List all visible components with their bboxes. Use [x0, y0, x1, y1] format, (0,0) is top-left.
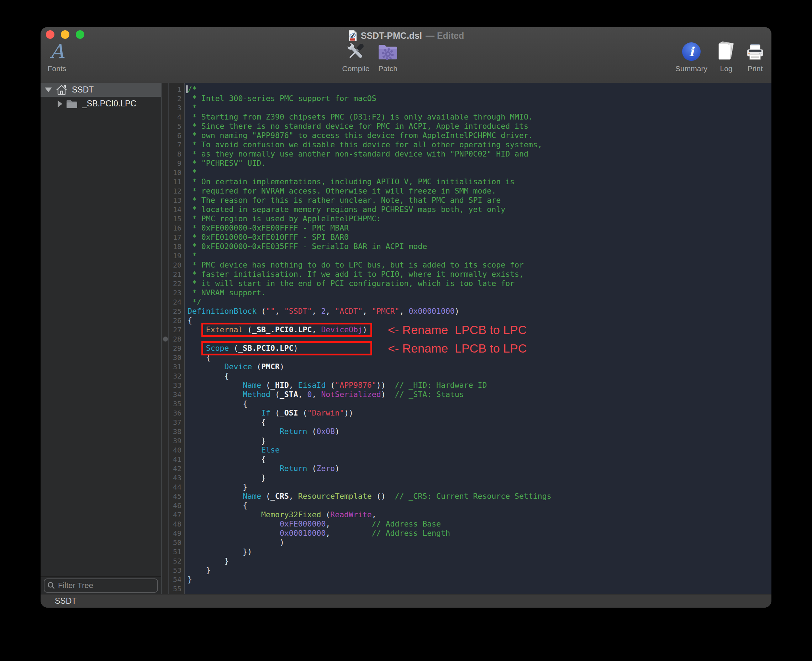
code-line: {: [185, 353, 771, 362]
code-lines: /* * Intel 300-series PMC support for ma…: [185, 85, 771, 593]
folder-icon: [66, 99, 78, 109]
code-line: * 0xFE020000~0xFE035FFF - SerialIo BAR i…: [185, 242, 771, 251]
code-line: * required for NVRAM access. Otherwise i…: [185, 187, 771, 196]
code-line: Else: [185, 445, 771, 455]
print-label: Print: [747, 64, 762, 73]
titlebar: SSDT-PMC.dsl — Edited: [41, 30, 771, 42]
code-line: }: [185, 436, 771, 445]
tree-item-sb-pci0-lpc[interactable]: _SB.PCI0.LPC: [41, 97, 161, 111]
code-line: * To avoid confusion we disable this dev…: [185, 140, 771, 149]
code-line: }): [185, 547, 771, 556]
code-line: {: [185, 316, 771, 325]
tree-item-label: SSDT: [72, 85, 94, 95]
acpi-tree: SSDT _SB.PCI0.LPC: [41, 83, 161, 576]
code-line: * 0xFE010000~0xFE010FFF - SPI BAR0: [185, 233, 771, 242]
code-line: * located in separate memory regions and…: [185, 205, 771, 214]
code-line: /*: [185, 85, 771, 94]
code-line: * Since there is no standard device for …: [185, 122, 771, 131]
code-line: *: [185, 103, 771, 112]
print-button[interactable]: Print: [734, 41, 771, 73]
code-line: [185, 334, 771, 344]
maciasl-window: SSDT-PMC.dsl — Edited A Fonts: [41, 27, 771, 608]
code-line: 0x00010000, // Address Length: [185, 528, 771, 538]
code-line: * The reason for this is rather unclear.…: [185, 196, 771, 205]
code-line: * PMC device has nothing to do to LPC bu…: [185, 260, 771, 270]
search-icon: [47, 582, 55, 589]
code-line: {: [185, 371, 771, 381]
code-line: }: [185, 575, 771, 584]
code-line: {: [185, 418, 771, 427]
code-line: {: [185, 455, 771, 464]
filter-tree-input[interactable]: Filter Tree: [44, 578, 158, 593]
code-line: DefinitionBlock ("", "SSDT", 2, "ACDT", …: [185, 307, 771, 316]
patch-label: Patch: [378, 64, 398, 73]
code-line: }: [185, 566, 771, 575]
compile-icon: [345, 41, 367, 62]
code-line: * Intel 300-series PMC support for macOS: [185, 94, 771, 103]
code-line: * Starting from Z390 chipsets PMC (D31:F…: [185, 112, 771, 122]
fonts-icon: A: [50, 41, 64, 62]
code-line: Name (_HID, EisaId ("APP9876")) // _HID:…: [185, 381, 771, 390]
code-editor[interactable]: 1234567891011121314151617181920212223242…: [162, 83, 771, 594]
window-title-status: — Edited: [425, 30, 464, 41]
code-line: {: [185, 501, 771, 510]
patch-button[interactable]: Patch: [366, 41, 409, 73]
fonts-label: Fonts: [48, 64, 67, 73]
code-line: * own naming "APP9876" to access this de…: [185, 131, 771, 140]
home-icon: [56, 84, 68, 96]
gutter-marker-dot: [163, 337, 168, 342]
document-icon: [348, 30, 357, 41]
window-body: SSDT _SB.PCI0.LPC: [41, 83, 771, 594]
tree-item-label: _SB.PCI0.LPC: [82, 99, 136, 109]
code-line: * PMC region is used by AppleIntelPCHPMC…: [185, 214, 771, 224]
code-line: Method (_STA, 0, NotSerialized) // _STA:…: [185, 390, 771, 399]
code-line: * NVRAM support.: [185, 288, 771, 297]
print-icon: [744, 41, 766, 62]
filter-placeholder: Filter Tree: [58, 581, 93, 590]
code-line: Return (0x0B): [185, 427, 771, 436]
window-title: SSDT-PMC.dsl: [361, 30, 422, 41]
patch-icon: [377, 41, 399, 62]
code-line: ): [185, 538, 771, 547]
code-line: * faster initialisation. If we add it to…: [185, 270, 771, 279]
text-caret: [187, 85, 187, 93]
code-line: *: [185, 168, 771, 177]
code-line: External (_SB_.PCI0.LPC, DeviceObj): [185, 325, 771, 334]
fonts-button[interactable]: A Fonts: [41, 41, 78, 73]
code-line: Device (PMCR): [185, 362, 771, 371]
summary-label: Summary: [675, 64, 707, 73]
code-line: * it will start in the end of PCI config…: [185, 279, 771, 288]
disclosure-expanded-icon[interactable]: [45, 88, 52, 92]
window-header: SSDT-PMC.dsl — Edited A Fonts: [41, 27, 771, 83]
disclosure-collapsed-icon[interactable]: [58, 100, 62, 107]
status-bar: SSDT: [41, 594, 771, 608]
code-line: * "PCHRESV" UID.: [185, 159, 771, 168]
code-line: }: [185, 556, 771, 566]
summary-icon: i: [682, 41, 701, 62]
code-line: */: [185, 297, 771, 307]
compile-label: Compile: [342, 64, 369, 73]
sidebar: SSDT _SB.PCI0.LPC: [41, 83, 162, 594]
code-line: {: [185, 399, 771, 409]
status-text: SSDT: [55, 596, 77, 606]
log-label: Log: [720, 64, 732, 73]
code-line: }: [185, 482, 771, 492]
filter-area: Filter Tree: [41, 576, 161, 594]
code-line: }: [185, 473, 771, 482]
code-line: Return (Zero): [185, 464, 771, 473]
code-line: If (_OSI ("Darwin")): [185, 409, 771, 418]
tree-item-ssdt[interactable]: SSDT: [41, 83, 161, 97]
desktop: { "window": { "title_filename": "SSDT-PM…: [0, 0, 812, 661]
code-line: Memory32Fixed (ReadWrite,: [185, 510, 771, 519]
code-line: [185, 584, 771, 593]
code-line: Name (_CRS, ResourceTemplate () // _CRS:…: [185, 492, 771, 501]
code-line: * On certain implementations, including …: [185, 177, 771, 187]
code-line: Scope (_SB.PCI0.LPC): [185, 344, 771, 353]
code-line: *: [185, 251, 771, 260]
code-line: * as they normally use another non-stand…: [185, 149, 771, 159]
code-line: 0xFE000000, // Address Base: [185, 519, 771, 528]
code-line: * 0xFE000000~0xFE00FFFF - PMC MBAR: [185, 224, 771, 233]
